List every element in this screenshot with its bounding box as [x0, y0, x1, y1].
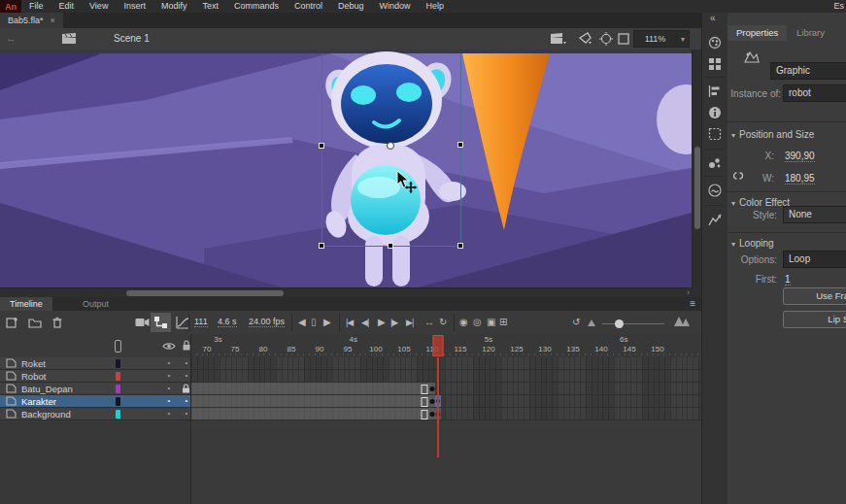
- frame-span[interactable]: [191, 395, 435, 407]
- stage-zoom-dropdown[interactable]: 111% ▾: [633, 30, 690, 48]
- layer-row-robot[interactable]: Robot••: [0, 370, 190, 383]
- tab-library[interactable]: Library: [788, 25, 833, 41]
- collapse-panels-icon[interactable]: «: [710, 13, 716, 23]
- layer-outline-swatch[interactable]: [116, 385, 120, 393]
- layer-row-karakter[interactable]: Karakter••: [0, 395, 190, 408]
- keyframe-dot[interactable]: [430, 412, 435, 417]
- collapse-triangle-icon[interactable]: ▾: [731, 131, 735, 140]
- layer-outline-swatch[interactable]: [116, 397, 120, 406]
- layer-outline-swatch[interactable]: [116, 359, 120, 368]
- brush-library-panel-icon[interactable]: [708, 156, 722, 170]
- frame-span[interactable]: [191, 408, 441, 420]
- clip-content-icon[interactable]: [618, 33, 629, 45]
- transform-panel-icon[interactable]: [708, 127, 722, 141]
- selection-handle-bottom-center[interactable]: [388, 243, 393, 249]
- step-back-icon[interactable]: ◀|: [361, 315, 368, 330]
- motion-graph-panel-icon[interactable]: [708, 213, 722, 226]
- info-panel-icon[interactable]: [708, 106, 722, 119]
- menu-modify[interactable]: Modify: [153, 0, 195, 13]
- shift-range-left-icon[interactable]: ◀: [298, 315, 306, 330]
- camera-icon[interactable]: [135, 317, 150, 328]
- current-frame-value[interactable]: 111: [194, 317, 208, 327]
- edit-multiple-frames-icon[interactable]: ▣: [487, 315, 495, 330]
- center-frame-icon[interactable]: ↔: [424, 315, 434, 330]
- keyframe-dot[interactable]: [430, 386, 435, 391]
- lip-sync-button[interactable]: Lip S: [783, 311, 846, 328]
- layer-visibility-dot[interactable]: •: [164, 383, 174, 394]
- playhead-line[interactable]: [437, 357, 439, 457]
- swatches-panel-icon[interactable]: [708, 57, 722, 71]
- use-frame-picker-button[interactable]: Use Fra: [783, 287, 846, 305]
- selection-handle-mid-right[interactable]: [457, 142, 463, 148]
- layer-outline-swatch[interactable]: [116, 372, 120, 381]
- keyframe-hollow-marker[interactable]: [421, 397, 427, 407]
- keyframe-dot[interactable]: [430, 399, 435, 404]
- frames-area[interactable]: 3s4s5s6s70758085909510010511011512012513…: [191, 334, 701, 504]
- menu-edit[interactable]: Edit: [51, 0, 83, 13]
- modify-markers-icon[interactable]: ⊞: [499, 315, 507, 330]
- timeline-ruler[interactable]: 3s4s5s6s70758085909510010511011512012513…: [191, 334, 701, 358]
- layer-row-roket[interactable]: Roket••: [0, 357, 190, 370]
- selection-handle-mid-left[interactable]: [319, 143, 324, 149]
- keyframe-hollow-marker[interactable]: [421, 385, 427, 394]
- back-arrow-icon[interactable]: ←: [6, 32, 17, 44]
- eye-icon[interactable]: [162, 342, 176, 351]
- tab-properties[interactable]: Properties: [728, 25, 787, 41]
- menu-text[interactable]: Text: [194, 0, 226, 13]
- horizontal-scroll-thumb[interactable]: [126, 290, 284, 296]
- timeline-zoom-slider[interactable]: [602, 323, 664, 324]
- zoom-in-frames-icon-2[interactable]: [682, 319, 690, 326]
- transform-point[interactable]: [387, 142, 394, 150]
- elapsed-time-value[interactable]: 4.6 s: [218, 317, 237, 327]
- menu-help[interactable]: Help: [419, 0, 453, 13]
- playhead-marker[interactable]: [432, 335, 443, 356]
- menu-commands[interactable]: Commands: [226, 0, 287, 13]
- layer-visibility-dot[interactable]: •: [164, 395, 174, 407]
- center-stage-icon[interactable]: [599, 32, 613, 46]
- timeline-zoom-knob[interactable]: [615, 319, 624, 328]
- go-to-last-frame-icon[interactable]: ▶|: [406, 315, 413, 330]
- menu-view[interactable]: View: [82, 0, 116, 13]
- layer-visibility-dot[interactable]: •: [164, 408, 174, 420]
- keyframe-hollow-marker[interactable]: [421, 410, 427, 420]
- symbol-type-dropdown[interactable]: Graphic: [770, 62, 846, 80]
- creative-cloud-panel-icon[interactable]: [708, 184, 722, 197]
- link-broken-icon[interactable]: [731, 170, 745, 182]
- parent-layers-toggle[interactable]: [151, 313, 171, 332]
- loop-frame-icon[interactable]: ▯: [311, 315, 317, 330]
- step-forward-icon[interactable]: |▶: [390, 315, 397, 330]
- first-frame-value[interactable]: 1: [785, 274, 791, 286]
- menu-insert[interactable]: Insert: [116, 0, 153, 13]
- frame-row-batu_depan[interactable]: [191, 383, 701, 395]
- scroll-right-arrow-icon[interactable]: ›: [687, 287, 690, 297]
- frame-row-roket[interactable]: [191, 357, 701, 370]
- document-tab[interactable]: Bab5.fla* ×: [0, 13, 63, 28]
- layer-row-batu_depan[interactable]: Batu_Depan•: [0, 383, 190, 395]
- frame-span[interactable]: [191, 383, 435, 394]
- style-dropdown[interactable]: None: [783, 206, 846, 223]
- frame-row-karakter[interactable]: [191, 395, 701, 408]
- reset-timeline-zoom-icon[interactable]: ↺: [572, 315, 580, 330]
- delete-layer-icon[interactable]: [51, 317, 63, 328]
- play-icon[interactable]: ▶: [378, 315, 386, 330]
- go-to-first-frame-icon[interactable]: |◀: [346, 315, 353, 330]
- color-panel-icon[interactable]: [708, 36, 722, 50]
- collapse-triangle-icon[interactable]: ▾: [731, 240, 735, 249]
- w-value[interactable]: 180,95: [785, 173, 815, 185]
- edit-scene-icon[interactable]: [551, 33, 566, 45]
- menu-control[interactable]: Control: [287, 0, 330, 13]
- animate-logo[interactable]: An: [0, 0, 21, 13]
- edit-symbols-icon[interactable]: [578, 32, 592, 46]
- menu-window[interactable]: Window: [372, 0, 419, 13]
- graph-editor-icon[interactable]: [176, 316, 189, 329]
- layer-row-background[interactable]: Background••: [0, 408, 190, 420]
- instance-name-field[interactable]: robot: [783, 84, 846, 102]
- menu-debug[interactable]: Debug: [330, 0, 372, 13]
- loop-playback-icon[interactable]: ↻: [439, 315, 447, 330]
- new-layer-icon[interactable]: [6, 317, 18, 328]
- onion-skin-icon[interactable]: ◉: [459, 315, 468, 330]
- selection-handle-bottom-left[interactable]: [319, 243, 324, 249]
- vertical-scroll-thumb[interactable]: [694, 147, 700, 229]
- scene-breadcrumb[interactable]: Scene 1: [114, 33, 150, 44]
- section-position-and-size[interactable]: ▾Position and Size: [731, 129, 814, 140]
